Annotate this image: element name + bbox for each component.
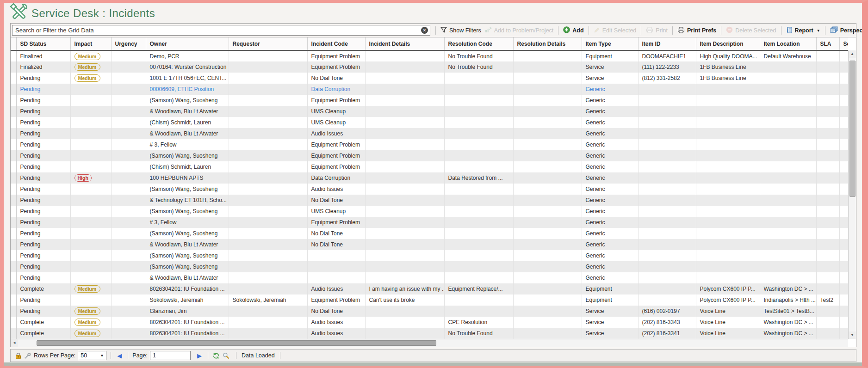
magnifier-icon[interactable] (223, 352, 229, 359)
row-selector-cell[interactable] (11, 161, 16, 172)
report-button[interactable]: Report ▼ (784, 26, 822, 36)
incident-row[interactable]: Pending& Technology ET 101H, Scho...No D… (11, 195, 848, 206)
row-selector-cell[interactable] (11, 195, 16, 206)
scroll-down-icon[interactable]: ▼ (849, 331, 856, 339)
column-header-resolution_code[interactable]: Resolution Code (444, 37, 513, 50)
incident-row[interactable]: Pending(Samson) Wang, SuoshengGeneric (11, 261, 848, 272)
row-selector-cell[interactable] (11, 73, 16, 84)
row-selector-cell[interactable] (11, 139, 16, 150)
incident-row[interactable]: Pending(Chism) Schmidt, LaurenUMS Cleanu… (11, 117, 848, 128)
row-selector-cell[interactable] (11, 106, 16, 117)
row-selector-cell[interactable] (11, 61, 16, 73)
column-header-impact[interactable]: Impact (70, 37, 111, 50)
column-header-item_id[interactable]: Item ID (638, 37, 696, 50)
next-page-icon[interactable]: ▶ (195, 352, 204, 359)
cell-incident_details (365, 328, 444, 339)
row-selector-cell[interactable] (11, 239, 16, 250)
cell-item_id (638, 184, 696, 195)
column-header-urgency[interactable]: Urgency (111, 37, 146, 50)
incident-row[interactable]: Pending& Woodlawn, Blu Lt AtwaterGeneric (11, 272, 848, 283)
add-button[interactable]: Add (561, 25, 585, 36)
column-header-incident_code[interactable]: Incident Code (307, 37, 365, 50)
horizontal-scroll-thumb[interactable] (37, 340, 436, 346)
cell-item_id (638, 106, 696, 117)
incident-row[interactable]: Pending(Samson) Wang, SuoshengNo Dial To… (11, 228, 848, 239)
cell-requestor (229, 61, 307, 73)
row-selector-cell[interactable] (11, 294, 16, 306)
column-header-resolution_details[interactable]: Resolution Details (513, 37, 582, 50)
incident-row[interactable]: Pending& Woodlawn, Blu Lt AtwaterUMS Cle… (11, 106, 848, 117)
row-selector-cell[interactable] (11, 50, 16, 61)
column-header-item_type[interactable]: Item Type (582, 37, 638, 50)
vertical-scrollbar[interactable]: ▲ ▼ (848, 50, 856, 339)
incident-row[interactable]: Pending(Samson) Wang, SuoshengGeneric (11, 250, 848, 261)
wrench-icon[interactable] (24, 352, 31, 359)
incident-row[interactable]: Pending(Samson) Wang, SuoshengAudio Issu… (11, 184, 848, 195)
cell-impact (70, 128, 111, 139)
incident-row[interactable]: Pending(Samson) Wang, SuoshengEquipment … (11, 95, 848, 106)
row-selector-cell[interactable] (11, 228, 16, 239)
select-dropdown-icon: ▼ (100, 354, 104, 358)
column-header-sd_status[interactable]: SD Status (16, 37, 70, 50)
cell-sd_status: Pending (16, 206, 70, 217)
incident-row[interactable]: Pending(Samson) Wang, SuoshengUMS Cleanu… (11, 206, 848, 217)
row-selector-cell[interactable] (11, 250, 16, 261)
search-input[interactable] (12, 25, 430, 36)
perspectives-button[interactable]: Perspectives ▼ (828, 25, 868, 36)
scroll-left-icon[interactable]: ◄ (11, 339, 18, 347)
cell-resolution_code (444, 228, 513, 239)
cell-item_description (696, 106, 760, 117)
row-selector-cell[interactable] (11, 128, 16, 139)
row-selector-cell[interactable] (11, 328, 16, 339)
page-number-input[interactable] (150, 351, 191, 360)
column-header-incident_details[interactable]: Incident Details (365, 37, 444, 50)
row-selector-cell[interactable] (11, 184, 16, 195)
incident-row[interactable]: PendingMediumGlanzman, JimNo Dial ToneSe… (11, 306, 848, 317)
row-selector-cell[interactable] (11, 261, 16, 272)
incident-row[interactable]: Pending& Woodlawn, Blu Lt AtwaterNo Dial… (11, 239, 848, 250)
row-selector-cell[interactable] (11, 150, 16, 161)
column-header-requestor[interactable]: Requestor (229, 37, 307, 50)
column-header-sla[interactable]: SLA (816, 37, 839, 50)
incident-row[interactable]: CompleteMedium8026304201: IU Foundation … (11, 283, 848, 294)
row-selector-cell[interactable] (11, 217, 16, 228)
clear-search-icon[interactable]: × (421, 27, 428, 34)
lock-icon[interactable] (15, 352, 21, 359)
row-selector-cell[interactable] (11, 306, 16, 317)
cell-sd_status: Pending (16, 117, 70, 128)
incident-row[interactable]: FinalizedMediumDemo, PCREquipment Proble… (11, 50, 848, 61)
print-prefs-button[interactable]: Print Prefs (676, 26, 718, 36)
incident-row[interactable]: CompleteMedium8026304201: IU Foundation … (11, 328, 848, 339)
row-selector-cell[interactable] (11, 272, 16, 283)
cell-owner: 100 HEPBURN APTS (146, 172, 229, 184)
row-selector-cell[interactable] (11, 95, 16, 106)
row-selector-cell[interactable] (11, 84, 16, 95)
incident-row[interactable]: FinalizedMedium0070164: Wurster Construc… (11, 61, 848, 73)
row-selector-cell[interactable] (11, 172, 16, 184)
incident-row[interactable]: Pending# 3, FellowEquipment ProblemGener… (11, 139, 848, 150)
incident-row[interactable]: PendingHigh100 HEPBURN APTSData Corrupti… (11, 172, 848, 184)
rows-per-page-select[interactable]: 50 ▼ (78, 351, 106, 360)
row-selector-cell[interactable] (11, 206, 16, 217)
incident-row[interactable]: Pending(Chism) Schmidt, LaurenEquipment … (11, 161, 848, 172)
column-header-item_location[interactable]: Item Location (760, 37, 816, 50)
incident-row[interactable]: Pending# 3, FellowEquipment ProblemGener… (11, 217, 848, 228)
prev-page-icon[interactable]: ◀ (115, 352, 124, 359)
incident-row[interactable]: PendingSokolowski, JeremiahSokolowski, J… (11, 294, 848, 306)
column-header-item_description[interactable]: Item Description (696, 37, 760, 50)
column-header-owner[interactable]: Owner (146, 37, 229, 50)
incident-row[interactable]: Pending& Woodlawn, Blu Lt AtwaterAudio I… (11, 128, 848, 139)
show-filters-button[interactable]: Show Filters (439, 26, 483, 35)
row-selector-cell[interactable] (11, 117, 16, 128)
vertical-scroll-thumb[interactable] (849, 61, 856, 197)
row-selector-cell[interactable] (11, 317, 16, 328)
incident-row[interactable]: Pending(Samson) Wang, SuoshengEquipment … (11, 150, 848, 161)
column-header-service[interactable]: Service (839, 37, 848, 50)
refresh-icon[interactable] (212, 352, 220, 359)
horizontal-scrollbar[interactable]: ◄ (11, 339, 848, 347)
scroll-up-icon[interactable]: ▲ (849, 50, 856, 58)
row-selector-cell[interactable] (11, 283, 16, 294)
incident-row[interactable]: CompleteMedium8026304201: IU Foundation … (11, 317, 848, 328)
incident-row[interactable]: Pending00006609, ETHC PositionData Corru… (11, 84, 848, 95)
incident-row[interactable]: PendingMedium1001 E 17TH 056+EC, CENT...… (11, 73, 848, 84)
